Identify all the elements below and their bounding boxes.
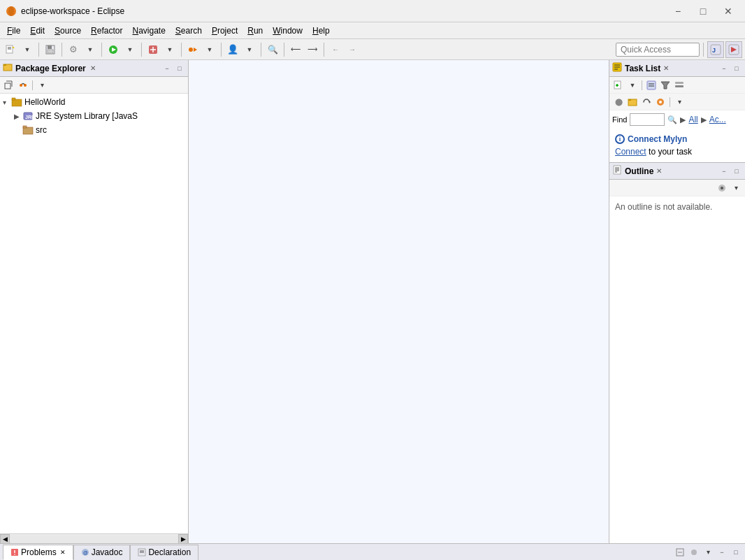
outline-minimize[interactable]: − (718, 166, 730, 177)
outline-maximize[interactable]: □ (731, 166, 742, 177)
toolbar-ext-btn[interactable] (185, 42, 201, 57)
toolbar-debug-dropdown[interactable]: ▼ (162, 42, 178, 57)
connect-mylyn-link[interactable]: Connect (615, 147, 646, 157)
close-button[interactable]: ✕ (717, 4, 739, 18)
titlebar: eclipse-workspace - Eclipse − □ ✕ (0, 0, 745, 22)
tl-group-btn[interactable] (673, 79, 686, 92)
menu-source[interactable]: Source (50, 24, 85, 37)
tl-sync-btn[interactable] (640, 96, 653, 108)
task-list-minimize[interactable]: − (718, 63, 730, 74)
tab-declaration[interactable]: Declaration (130, 545, 198, 560)
bottom-minimize[interactable]: − (716, 546, 728, 559)
connect-mylyn-title: i Connect Mylyn (615, 134, 739, 144)
toolbar-ext-dropdown[interactable]: ▼ (202, 42, 217, 57)
bottom-ctrl1[interactable] (674, 546, 686, 559)
toolbar-dropdown2[interactable]: ▼ (82, 42, 98, 57)
toolbar-search-btn[interactable]: 🔍 (265, 42, 280, 57)
pkg-link-editor[interactable] (17, 79, 29, 92)
outline-sort-btn[interactable] (716, 182, 728, 194)
toolbar-dropdown1[interactable]: ▼ (20, 42, 35, 57)
maximize-button[interactable]: □ (692, 4, 714, 18)
toolbar-new-btn[interactable] (3, 42, 18, 57)
toolbar: ▼ ⚙ ▼ ▼ ▼ ▼ 👤 ▼ 🔍 ⟵ ⟶ ← → J (0, 39, 745, 60)
toolbar-sep4 (141, 43, 142, 57)
task-list-close-x[interactable]: ✕ (663, 64, 669, 72)
find-all-link[interactable]: All (688, 115, 697, 124)
find-ac-link[interactable]: Ac... (709, 115, 726, 124)
toolbar-next-btn[interactable]: ⟶ (305, 42, 320, 57)
task-list-maximize[interactable]: □ (731, 63, 742, 74)
tl-view-menu2[interactable]: ▾ (673, 96, 686, 108)
toolbar-sep8 (284, 43, 284, 57)
helloworld-label: HelloWorld (24, 97, 65, 107)
toolbar-sep7 (261, 43, 261, 57)
toolbar-run-dropdown[interactable]: ▼ (122, 42, 138, 57)
toolbar-run-btn[interactable] (106, 42, 121, 57)
svg-point-68 (691, 550, 697, 555)
perspective-debug-btn[interactable] (725, 41, 742, 58)
package-explorer-maximize[interactable]: □ (174, 63, 185, 74)
toolbar-nav-back[interactable]: ← (328, 42, 343, 57)
jre-arrow: ▶ (14, 113, 22, 120)
tl-new-task-btn[interactable] (612, 79, 625, 92)
left-scroll-right[interactable]: ▶ (178, 534, 188, 544)
toolbar-debug-btn[interactable] (145, 42, 161, 57)
bottom-ctrl2[interactable] (688, 546, 700, 559)
menu-refactor[interactable]: Refactor (87, 24, 126, 37)
menu-run[interactable]: Run (243, 24, 267, 37)
right-panel: Task List ✕ − □ ▼ (609, 60, 745, 543)
menu-navigate[interactable]: Navigate (128, 24, 169, 37)
menu-edit[interactable]: Edit (26, 24, 49, 37)
tl-synced-btn[interactable] (645, 79, 658, 92)
find-label: Find (612, 115, 627, 124)
menu-window[interactable]: Window (268, 24, 307, 37)
tab-javadoc[interactable]: @ Javadoc (73, 545, 131, 560)
toolbar-build-btn[interactable]: ⚙ (66, 42, 81, 57)
svg-point-14 (189, 48, 193, 52)
outline-close-x[interactable]: ✕ (656, 167, 662, 175)
main-area: Package Explorer ✕ − □ ▾ ▾ (0, 60, 745, 543)
left-scroll-track[interactable] (10, 535, 178, 543)
package-explorer-minimize[interactable]: − (161, 63, 173, 74)
tl-cat-btn[interactable]: ⬤ (612, 96, 625, 108)
tl-mylyn-btn[interactable] (654, 96, 667, 108)
perspective-java-btn[interactable]: J (707, 41, 724, 58)
svg-point-50 (659, 101, 662, 103)
toolbar-person-dropdown[interactable]: ▼ (242, 42, 257, 57)
tl-folder-btn[interactable] (626, 96, 639, 108)
pkg-view-menu[interactable]: ▾ (36, 79, 48, 92)
bottom-view-menu[interactable]: ▾ (702, 546, 714, 559)
menu-project[interactable]: Project (208, 24, 242, 37)
tree-item-helloworld[interactable]: ▾ HelloWorld (0, 95, 188, 109)
menu-help[interactable]: Help (308, 24, 334, 37)
tab-problems-close[interactable]: ✕ (60, 549, 66, 556)
tab-problems[interactable]: Problems ✕ (3, 545, 73, 560)
helloworld-project-icon (11, 96, 22, 108)
package-explorer-close-x[interactable]: ✕ (90, 64, 96, 72)
toolbar-save-btn[interactable] (43, 42, 58, 57)
minimize-button[interactable]: − (667, 4, 689, 18)
tree-item-src[interactable]: ▶ src (0, 123, 188, 137)
tree-item-jre[interactable]: ▶ JRE JRE System Library [JavaS (0, 109, 188, 123)
menu-search[interactable]: Search (171, 24, 206, 37)
toolbar-person-btn[interactable]: 👤 (225, 42, 240, 57)
javadoc-icon: @ (81, 548, 89, 557)
find-arrow2-icon: ▶ (701, 115, 707, 124)
bottom-controls: ▾ − □ (674, 546, 742, 559)
task-list-header-left: Task List ✕ (612, 62, 669, 74)
quick-access-input[interactable] (616, 43, 700, 57)
tl-filter-btn[interactable] (659, 79, 672, 92)
toolbar-nav-fwd[interactable]: → (345, 42, 360, 57)
toolbar-prev-btn[interactable]: ⟵ (288, 42, 303, 57)
tl-dropdown-btn[interactable]: ▼ (626, 79, 639, 92)
titlebar-title: eclipse-workspace - Eclipse (21, 6, 124, 16)
bottom-maximize[interactable]: □ (730, 546, 742, 559)
pkg-collapse-all[interactable] (3, 79, 15, 92)
left-scroll-left[interactable]: ◀ (0, 534, 10, 544)
svg-rect-45 (675, 85, 683, 87)
svg-rect-32 (23, 126, 27, 128)
menu-file[interactable]: File (3, 24, 24, 37)
outline-view-menu[interactable]: ▾ (730, 182, 742, 194)
svg-rect-27 (12, 99, 22, 106)
find-input[interactable] (630, 113, 665, 126)
